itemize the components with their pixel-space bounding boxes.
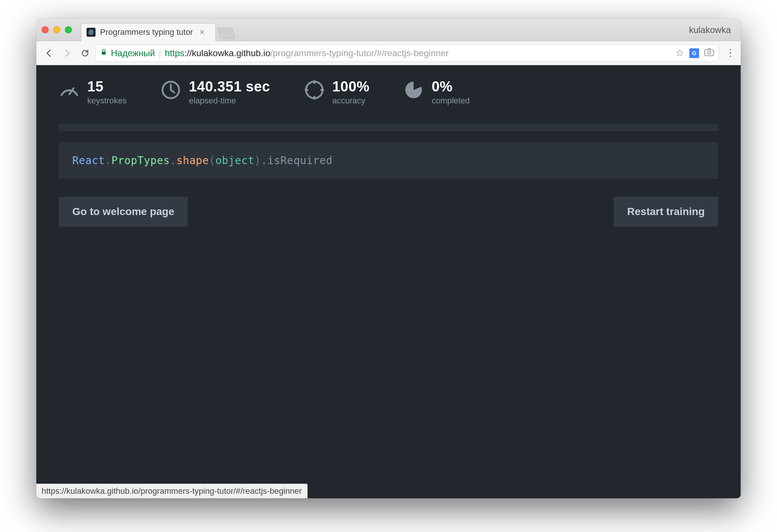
secure-label: Надежный xyxy=(111,48,155,58)
reload-button[interactable] xyxy=(78,46,93,61)
menu-button[interactable]: ⋮ xyxy=(726,47,735,59)
profile-name[interactable]: kulakowka xyxy=(689,25,735,35)
stat-keystrokes: 15 keystrokes xyxy=(59,79,127,106)
separator: | xyxy=(159,48,161,58)
keystrokes-value: 15 xyxy=(87,79,127,94)
new-tab-button[interactable] xyxy=(217,28,236,39)
lock-icon xyxy=(100,48,107,58)
back-button[interactable] xyxy=(42,46,57,61)
window-controls xyxy=(42,26,72,33)
stat-accuracy: 100% accuracy xyxy=(304,79,369,106)
minimize-window-button[interactable] xyxy=(53,26,60,33)
clock-icon xyxy=(160,79,181,100)
typing-target[interactable]: React.PropTypes.shape(object).isRequired xyxy=(59,142,718,179)
stats-row: 15 keystrokes 140.351 sec elapsed-time xyxy=(59,79,718,106)
react-favicon-icon xyxy=(87,28,96,37)
maximize-window-button[interactable] xyxy=(65,26,72,33)
forward-button[interactable] xyxy=(60,46,75,61)
restart-training-button[interactable]: Restart training xyxy=(614,197,718,227)
accuracy-label: accuracy xyxy=(332,96,369,106)
status-bar: https://kulakowka.github.io/programmers-… xyxy=(36,484,308,498)
svg-point-3 xyxy=(91,32,92,33)
translate-icon[interactable]: G xyxy=(689,48,699,58)
completed-value: 0% xyxy=(432,79,470,94)
elapsed-value: 140.351 sec xyxy=(189,79,270,94)
screenshot-icon[interactable] xyxy=(704,48,714,58)
svg-point-6 xyxy=(708,51,711,54)
svg-point-9 xyxy=(306,82,323,98)
address-bar[interactable]: Надежный | https://kulakowka.github.io/p… xyxy=(96,45,719,62)
bookmark-star-icon[interactable]: ☆ xyxy=(675,47,684,59)
actions-row: Go to welcome page Restart training xyxy=(59,197,718,227)
progress-bar xyxy=(59,124,718,131)
browser-window: Programmers typing tutor × kulakowka Над… xyxy=(36,19,741,498)
completed-label: completed xyxy=(432,96,470,106)
app-content: 15 keystrokes 140.351 sec elapsed-time xyxy=(36,65,741,498)
url-text: https://kulakowka.github.io/programmers-… xyxy=(165,48,449,58)
keystrokes-label: keystrokes xyxy=(87,96,127,106)
svg-rect-4 xyxy=(102,52,106,55)
tab-title: Programmers typing tutor xyxy=(100,27,193,37)
titlebar: Programmers typing tutor × kulakowka xyxy=(36,19,741,41)
speedometer-icon xyxy=(59,79,80,100)
go-to-welcome-button[interactable]: Go to welcome page xyxy=(59,197,188,227)
close-window-button[interactable] xyxy=(42,26,49,33)
stat-completed: 0% completed xyxy=(403,79,470,106)
pie-icon xyxy=(403,79,424,100)
omnibox-actions: ☆ G xyxy=(675,47,714,59)
stat-elapsed-time: 140.351 sec elapsed-time xyxy=(160,79,270,106)
browser-tab[interactable]: Programmers typing tutor × xyxy=(81,23,216,41)
toolbar: Надежный | https://kulakowka.github.io/p… xyxy=(36,41,741,65)
accuracy-value: 100% xyxy=(332,79,369,94)
target-icon xyxy=(304,79,325,100)
close-tab-icon[interactable]: × xyxy=(200,27,205,37)
elapsed-label: elapsed-time xyxy=(189,96,270,106)
